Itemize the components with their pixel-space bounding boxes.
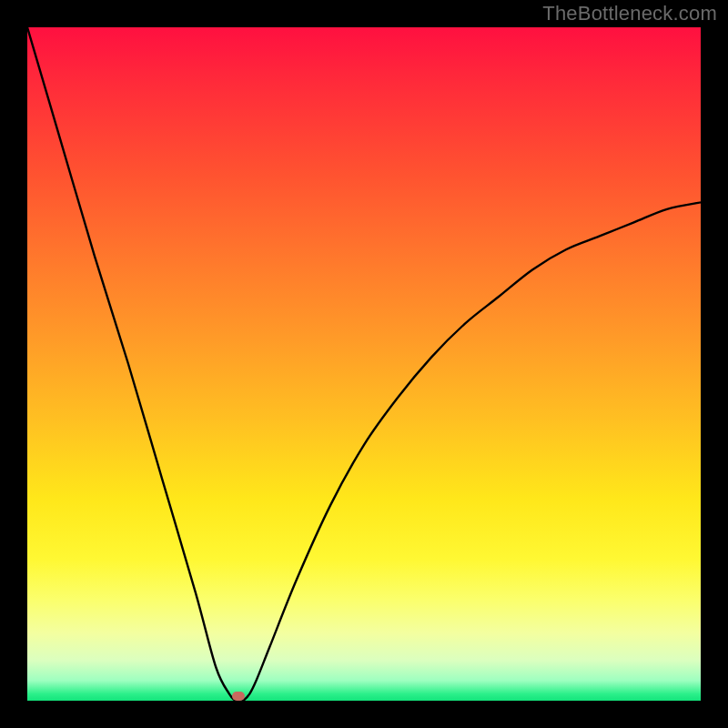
- plot-area: [27, 27, 701, 701]
- bottleneck-curve: [27, 27, 701, 701]
- chart-frame: TheBottleneck.com: [0, 0, 728, 728]
- optimum-marker: [232, 692, 245, 701]
- watermark-label: TheBottleneck.com: [542, 2, 717, 25]
- curve-path: [27, 27, 701, 701]
